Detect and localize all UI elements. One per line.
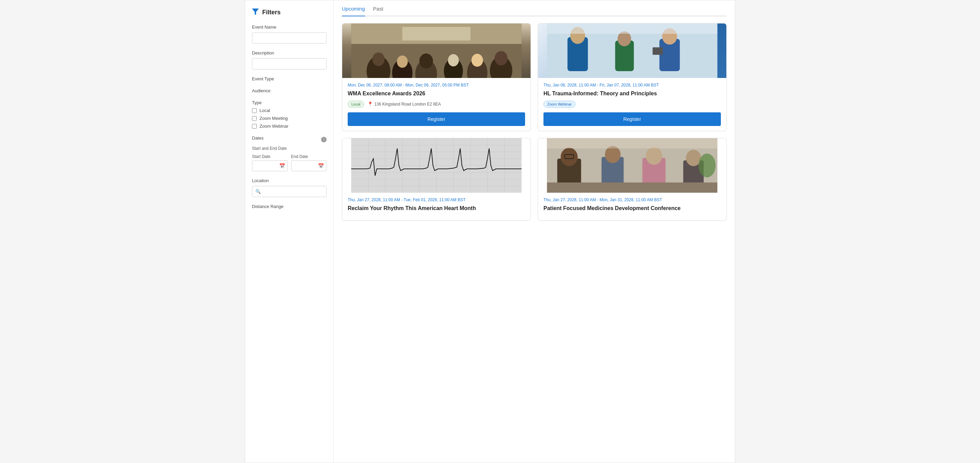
svg-point-57 bbox=[699, 154, 716, 177]
audience-section: Audience bbox=[252, 88, 326, 93]
svg-rect-55 bbox=[547, 183, 718, 193]
type-zoom-webinar-label: Zoom Webinar bbox=[259, 124, 288, 129]
type-local-input[interactable] bbox=[252, 108, 257, 113]
type-checkbox-group: Local Zoom Meeting Zoom Webinar bbox=[252, 108, 326, 129]
event-name-label: Event Name bbox=[252, 24, 326, 30]
event-date-4: Thu, Jan 27, 2028, 11:00 AM - Mon, Jan 3… bbox=[544, 197, 721, 202]
filter-icon bbox=[252, 8, 259, 16]
start-date-wrapper: 📅 bbox=[252, 160, 288, 171]
event-image-3 bbox=[342, 138, 531, 193]
svg-point-11 bbox=[472, 54, 483, 67]
svg-point-13 bbox=[495, 51, 508, 65]
description-label: Description bbox=[252, 50, 326, 56]
location-input-wrapper: 🔍 bbox=[252, 186, 326, 197]
event-date-3: Thu, Jan 27, 2028, 11:00 AM - Tue, Feb 0… bbox=[348, 197, 525, 202]
location-section: Location 🔍 bbox=[252, 178, 326, 197]
event-meta-1: Local 📍 136 Kingsland Road London E2 8EA bbox=[348, 101, 525, 108]
event-name-section: Event Name bbox=[252, 24, 326, 44]
type-local-checkbox[interactable]: Local bbox=[252, 108, 326, 113]
register-button-1[interactable]: Register bbox=[348, 112, 525, 126]
tab-upcoming[interactable]: Upcoming bbox=[342, 6, 365, 16]
event-date-1: Mon, Dec 06, 2027, 08:00 AM - Mon, Dec 0… bbox=[348, 83, 525, 88]
dates-label: Dates bbox=[252, 135, 264, 141]
event-body-4: Thu, Jan 27, 2028, 11:00 AM - Mon, Jan 3… bbox=[538, 193, 726, 220]
date-range-label: Start and End Date bbox=[252, 146, 326, 151]
location-search-icon: 🔍 bbox=[255, 189, 261, 194]
start-date-label: Start Date bbox=[252, 154, 288, 159]
event-name-input[interactable] bbox=[252, 32, 326, 44]
location-pin-icon-1: 📍 bbox=[368, 102, 373, 107]
event-title-2: HL Trauma-Informed: Theory and Principle… bbox=[544, 90, 721, 97]
svg-rect-15 bbox=[402, 27, 471, 40]
end-date-calendar-icon[interactable]: 📅 bbox=[318, 163, 324, 169]
svg-point-47 bbox=[561, 148, 578, 166]
event-type-badge-1: Local bbox=[348, 101, 364, 108]
type-local-label: Local bbox=[259, 108, 270, 113]
type-zoom-webinar-checkbox[interactable]: Zoom Webinar bbox=[252, 124, 326, 129]
event-image-svg-4 bbox=[538, 138, 726, 193]
event-card-2: Thu, Jan 06, 2028, 11:00 AM - Fri, Jan 0… bbox=[538, 23, 727, 131]
event-image-svg-2 bbox=[538, 24, 726, 78]
event-type-badge-2: Zoom Webinar bbox=[544, 101, 576, 108]
svg-marker-0 bbox=[252, 8, 259, 14]
event-card-3: Thu, Jan 27, 2028, 11:00 AM - Tue, Feb 0… bbox=[342, 138, 531, 221]
type-zoom-meeting-input[interactable] bbox=[252, 116, 257, 121]
description-section: Description bbox=[252, 50, 326, 70]
location-label: Location bbox=[252, 178, 326, 183]
event-title-4: Patient Focused Medicines Development Co… bbox=[544, 205, 721, 212]
type-label: Type bbox=[252, 100, 326, 105]
type-zoom-meeting-label: Zoom Meeting bbox=[259, 116, 288, 121]
sidebar: Filters Event Name Description Event Typ… bbox=[245, 0, 334, 463]
tabs-bar: Upcoming Past bbox=[342, 0, 727, 16]
location-input[interactable] bbox=[252, 186, 326, 197]
end-date-field: End Date 📅 bbox=[291, 154, 327, 171]
event-image-svg-1 bbox=[342, 24, 531, 78]
svg-point-3 bbox=[372, 53, 385, 66]
sidebar-title: Filters bbox=[262, 9, 281, 16]
event-body-2: Thu, Jan 06, 2028, 11:00 AM - Fri, Jan 0… bbox=[538, 78, 726, 131]
register-button-2[interactable]: Register bbox=[544, 112, 721, 126]
svg-point-50 bbox=[605, 146, 621, 163]
end-date-wrapper: 📅 bbox=[291, 160, 327, 171]
event-image-4 bbox=[538, 138, 726, 193]
svg-rect-56 bbox=[547, 138, 718, 148]
audience-label: Audience bbox=[252, 88, 326, 93]
distance-range-section: Distance Range bbox=[252, 204, 326, 209]
event-meta-2: Zoom Webinar bbox=[544, 101, 721, 108]
main-content: Upcoming Past bbox=[334, 0, 735, 463]
event-image-2 bbox=[538, 24, 726, 78]
events-grid: Mon, Dec 06, 2027, 08:00 AM - Mon, Dec 0… bbox=[342, 23, 727, 221]
dates-header: Dates i bbox=[252, 135, 326, 143]
svg-rect-24 bbox=[653, 47, 663, 55]
event-body-1: Mon, Dec 06, 2027, 08:00 AM - Mon, Dec 0… bbox=[342, 78, 531, 131]
event-location-1: 📍 136 Kingsland Road London E2 8EA bbox=[368, 102, 441, 107]
svg-point-5 bbox=[397, 56, 408, 68]
event-location-text-1: 136 Kingsland Road London E2 8EA bbox=[374, 102, 441, 107]
type-zoom-meeting-checkbox[interactable]: Zoom Meeting bbox=[252, 116, 326, 121]
start-date-field: Start Date 📅 bbox=[252, 154, 288, 171]
dates-section: Dates i Start and End Date Start Date 📅 … bbox=[252, 135, 326, 171]
svg-point-7 bbox=[420, 53, 433, 68]
event-image-svg-3 bbox=[342, 138, 531, 193]
event-title-3: Reclaim Your Rhythm This American Heart … bbox=[348, 205, 525, 212]
end-date-label: End Date bbox=[291, 154, 327, 159]
event-date-2: Thu, Jan 06, 2028, 11:00 AM - Fri, Jan 0… bbox=[544, 83, 721, 88]
event-title-1: WMA Excellence Awards 2026 bbox=[348, 90, 525, 97]
dates-info-icon[interactable]: i bbox=[321, 137, 326, 142]
event-type-label: Event Type bbox=[252, 76, 326, 81]
event-type-section: Event Type bbox=[252, 76, 326, 81]
event-card-1: Mon, Dec 06, 2027, 08:00 AM - Mon, Dec 0… bbox=[342, 23, 531, 131]
event-image-1 bbox=[342, 24, 531, 78]
svg-point-9 bbox=[448, 54, 459, 66]
type-section: Type Local Zoom Meeting Zoom Webinar bbox=[252, 100, 326, 129]
description-input[interactable] bbox=[252, 58, 326, 70]
type-zoom-webinar-input[interactable] bbox=[252, 124, 257, 129]
svg-rect-25 bbox=[547, 24, 718, 34]
distance-range-label: Distance Range bbox=[252, 204, 326, 209]
event-body-3: Thu, Jan 27, 2028, 11:00 AM - Tue, Feb 0… bbox=[342, 193, 531, 220]
start-date-calendar-icon[interactable]: 📅 bbox=[279, 163, 285, 169]
date-row: Start Date 📅 End Date 📅 bbox=[252, 154, 326, 171]
event-card-4: Thu, Jan 27, 2028, 11:00 AM - Mon, Jan 3… bbox=[538, 138, 727, 221]
svg-point-52 bbox=[646, 147, 662, 165]
tab-past[interactable]: Past bbox=[373, 6, 383, 16]
